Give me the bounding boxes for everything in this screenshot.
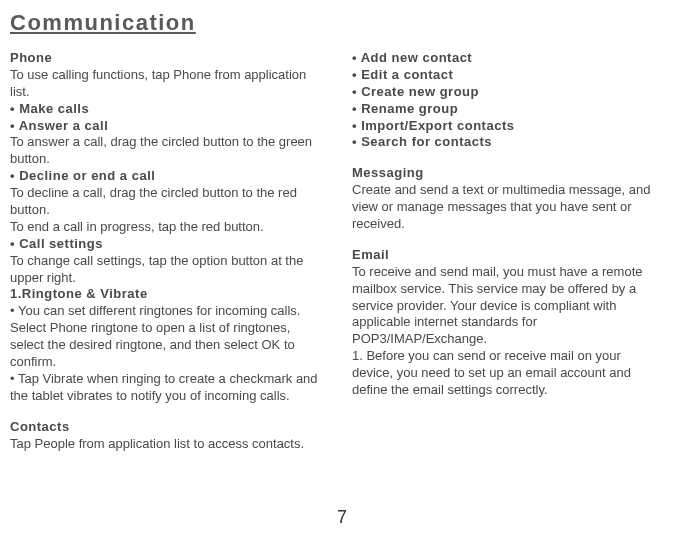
bullet-edit-contact: • Edit a contact (352, 67, 664, 84)
bullet-import-export: • Import/Export contacts (352, 118, 664, 135)
bullet-search-contacts: • Search for contacts (352, 134, 664, 151)
ringtone-text2: • Tap Vibrate when ringing to create a c… (10, 371, 322, 405)
left-column: Phone To use calling functions, tap Phon… (10, 50, 322, 452)
decline-heading: • Decline or end a call (10, 168, 322, 185)
end-text: To end a call in progress, tap the red b… (10, 219, 322, 236)
decline-text: To decline a call, drag the circled butt… (10, 185, 322, 219)
ringtone-text1: • You can set different ringtones for in… (10, 303, 322, 371)
contacts-heading: Contacts (10, 419, 322, 436)
email-text1: To receive and send mail, you must have … (352, 264, 664, 348)
messaging-text: Create and send a text or multimedia mes… (352, 182, 664, 233)
email-heading: Email (352, 247, 664, 264)
email-text2: 1. Before you can send or receive mail o… (352, 348, 664, 399)
ringtone-heading: 1.Ringtone & Vibrate (10, 286, 322, 303)
phone-intro: To use calling functions, tap Phone from… (10, 67, 322, 101)
content-columns: Phone To use calling functions, tap Phon… (10, 50, 664, 452)
contacts-text: Tap People from application list to acce… (10, 436, 322, 453)
make-calls: • Make calls (10, 101, 322, 118)
bullet-create-group: • Create new group (352, 84, 664, 101)
bullet-add-contact: • Add new contact (352, 50, 664, 67)
phone-heading: Phone (10, 50, 322, 67)
right-column: • Add new contact • Edit a contact • Cre… (352, 50, 664, 452)
answer-text: To answer a call, drag the circled butto… (10, 134, 322, 168)
bullet-rename-group: • Rename group (352, 101, 664, 118)
call-settings-text: To change call settings, tap the option … (10, 253, 322, 287)
page-title: Communication (10, 10, 664, 36)
answer-call: • Answer a call (10, 118, 322, 135)
messaging-heading: Messaging (352, 165, 664, 182)
page-number: 7 (337, 507, 347, 528)
call-settings: • Call settings (10, 236, 322, 253)
